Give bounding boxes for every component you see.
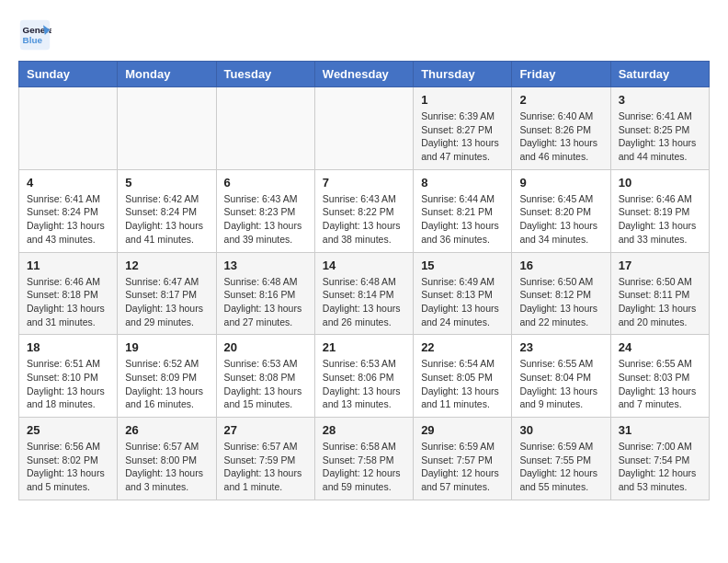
calendar-cell: 11Sunrise: 6:46 AM Sunset: 8:18 PM Dayli…: [19, 252, 118, 335]
calendar-cell: 14Sunrise: 6:48 AM Sunset: 8:14 PM Dayli…: [314, 252, 413, 335]
day-number: 25: [27, 423, 109, 437]
weekday-monday: Monday: [118, 62, 216, 87]
week-row-5: 25Sunrise: 6:56 AM Sunset: 8:02 PM Dayli…: [19, 418, 710, 500]
calendar-cell: 6Sunrise: 6:43 AM Sunset: 8:23 PM Daylig…: [216, 169, 314, 252]
calendar-cell: 2Sunrise: 6:40 AM Sunset: 8:26 PM Daylig…: [512, 87, 610, 170]
day-number: 26: [125, 423, 208, 437]
day-info: Sunrise: 6:53 AM Sunset: 8:06 PM Dayligh…: [323, 357, 405, 411]
day-info: Sunrise: 6:45 AM Sunset: 8:20 PM Dayligh…: [519, 192, 602, 247]
day-info: Sunrise: 6:59 AM Sunset: 7:57 PM Dayligh…: [421, 440, 504, 494]
calendar-cell: [314, 87, 413, 170]
day-number: 6: [224, 176, 307, 190]
day-info: Sunrise: 6:44 AM Sunset: 8:21 PM Dayligh…: [421, 192, 504, 247]
week-row-3: 11Sunrise: 6:46 AM Sunset: 8:18 PM Dayli…: [19, 252, 710, 335]
day-number: 28: [323, 423, 405, 437]
calendar-cell: 31Sunrise: 7:00 AM Sunset: 7:54 PM Dayli…: [610, 418, 709, 500]
day-info: Sunrise: 6:46 AM Sunset: 8:19 PM Dayligh…: [619, 192, 701, 247]
day-number: 31: [619, 423, 701, 437]
week-row-2: 4Sunrise: 6:41 AM Sunset: 8:24 PM Daylig…: [19, 169, 710, 252]
day-info: Sunrise: 6:59 AM Sunset: 7:55 PM Dayligh…: [519, 440, 602, 494]
day-number: 3: [619, 93, 701, 107]
day-info: Sunrise: 6:47 AM Sunset: 8:17 PM Dayligh…: [125, 275, 208, 329]
day-info: Sunrise: 6:54 AM Sunset: 8:05 PM Dayligh…: [421, 357, 504, 411]
day-info: Sunrise: 6:56 AM Sunset: 8:02 PM Dayligh…: [27, 440, 109, 494]
day-number: 24: [619, 340, 701, 354]
day-info: Sunrise: 6:55 AM Sunset: 8:03 PM Dayligh…: [619, 357, 701, 411]
day-number: 9: [519, 176, 602, 190]
calendar-table: SundayMondayTuesdayWednesdayThursdayFrid…: [18, 61, 710, 500]
day-number: 10: [619, 176, 701, 190]
day-info: Sunrise: 6:57 AM Sunset: 8:00 PM Dayligh…: [125, 440, 208, 494]
day-number: 30: [519, 423, 602, 437]
calendar-cell: 4Sunrise: 6:41 AM Sunset: 8:24 PM Daylig…: [19, 169, 118, 252]
logo: General Blue: [18, 18, 57, 52]
calendar-cell: 28Sunrise: 6:58 AM Sunset: 7:58 PM Dayli…: [314, 418, 413, 500]
day-info: Sunrise: 6:39 AM Sunset: 8:27 PM Dayligh…: [421, 109, 504, 164]
day-number: 2: [519, 93, 602, 107]
day-info: Sunrise: 6:51 AM Sunset: 8:10 PM Dayligh…: [27, 357, 109, 411]
day-info: Sunrise: 6:43 AM Sunset: 8:23 PM Dayligh…: [224, 192, 307, 247]
day-info: Sunrise: 6:49 AM Sunset: 8:13 PM Dayligh…: [421, 275, 504, 329]
day-number: 1: [421, 93, 504, 107]
day-info: Sunrise: 6:41 AM Sunset: 8:24 PM Dayligh…: [27, 192, 109, 247]
day-info: Sunrise: 6:57 AM Sunset: 7:59 PM Dayligh…: [224, 440, 307, 494]
day-number: 22: [421, 340, 504, 354]
day-number: 16: [519, 259, 602, 272]
day-number: 27: [224, 423, 307, 437]
day-info: Sunrise: 6:55 AM Sunset: 8:04 PM Dayligh…: [519, 357, 602, 411]
day-number: 14: [323, 259, 405, 272]
calendar-cell: 5Sunrise: 6:42 AM Sunset: 8:24 PM Daylig…: [118, 169, 216, 252]
day-number: 8: [421, 176, 504, 190]
day-info: Sunrise: 6:53 AM Sunset: 8:08 PM Dayligh…: [224, 357, 307, 411]
calendar-cell: 20Sunrise: 6:53 AM Sunset: 8:08 PM Dayli…: [216, 335, 314, 418]
day-info: Sunrise: 6:41 AM Sunset: 8:25 PM Dayligh…: [619, 109, 701, 164]
calendar-cell: 15Sunrise: 6:49 AM Sunset: 8:13 PM Dayli…: [414, 252, 512, 335]
calendar-cell: [118, 87, 216, 170]
weekday-friday: Friday: [512, 62, 610, 87]
weekday-sunday: Sunday: [19, 62, 118, 87]
calendar-cell: 21Sunrise: 6:53 AM Sunset: 8:06 PM Dayli…: [314, 335, 413, 418]
calendar-cell: 23Sunrise: 6:55 AM Sunset: 8:04 PM Dayli…: [512, 335, 610, 418]
calendar-cell: 9Sunrise: 6:45 AM Sunset: 8:20 PM Daylig…: [512, 169, 610, 252]
calendar-cell: [216, 87, 314, 170]
day-info: Sunrise: 6:58 AM Sunset: 7:58 PM Dayligh…: [323, 440, 405, 494]
day-info: Sunrise: 6:40 AM Sunset: 8:26 PM Dayligh…: [519, 109, 602, 164]
calendar-cell: [19, 87, 118, 170]
calendar-cell: 25Sunrise: 6:56 AM Sunset: 8:02 PM Dayli…: [19, 418, 118, 500]
calendar-cell: 16Sunrise: 6:50 AM Sunset: 8:12 PM Dayli…: [512, 252, 610, 335]
day-number: 11: [27, 259, 109, 272]
day-info: Sunrise: 6:48 AM Sunset: 8:14 PM Dayligh…: [323, 275, 405, 329]
calendar-cell: 10Sunrise: 6:46 AM Sunset: 8:19 PM Dayli…: [610, 169, 709, 252]
day-info: Sunrise: 6:43 AM Sunset: 8:22 PM Dayligh…: [323, 192, 405, 247]
weekday-wednesday: Wednesday: [314, 62, 413, 87]
svg-text:Blue: Blue: [23, 35, 43, 45]
calendar-cell: 17Sunrise: 6:50 AM Sunset: 8:11 PM Dayli…: [610, 252, 709, 335]
day-info: Sunrise: 6:50 AM Sunset: 8:11 PM Dayligh…: [619, 275, 701, 329]
day-number: 5: [125, 176, 208, 190]
calendar-cell: 8Sunrise: 6:44 AM Sunset: 8:21 PM Daylig…: [414, 169, 512, 252]
day-info: Sunrise: 7:00 AM Sunset: 7:54 PM Dayligh…: [619, 440, 701, 494]
day-number: 15: [421, 259, 504, 272]
calendar-cell: 3Sunrise: 6:41 AM Sunset: 8:25 PM Daylig…: [610, 87, 709, 170]
calendar-cell: 24Sunrise: 6:55 AM Sunset: 8:03 PM Dayli…: [610, 335, 709, 418]
day-number: 4: [27, 176, 109, 190]
week-row-1: 1Sunrise: 6:39 AM Sunset: 8:27 PM Daylig…: [19, 87, 710, 170]
calendar-cell: 13Sunrise: 6:48 AM Sunset: 8:16 PM Dayli…: [216, 252, 314, 335]
day-info: Sunrise: 6:52 AM Sunset: 8:09 PM Dayligh…: [125, 357, 208, 411]
day-number: 23: [519, 340, 602, 354]
calendar-cell: 12Sunrise: 6:47 AM Sunset: 8:17 PM Dayli…: [118, 252, 216, 335]
calendar-cell: 18Sunrise: 6:51 AM Sunset: 8:10 PM Dayli…: [19, 335, 118, 418]
day-number: 12: [125, 259, 208, 272]
header: General Blue: [18, 18, 710, 52]
calendar-cell: 7Sunrise: 6:43 AM Sunset: 8:22 PM Daylig…: [314, 169, 413, 252]
day-number: 7: [323, 176, 405, 190]
calendar-cell: 22Sunrise: 6:54 AM Sunset: 8:05 PM Dayli…: [414, 335, 512, 418]
day-info: Sunrise: 6:50 AM Sunset: 8:12 PM Dayligh…: [519, 275, 602, 329]
day-number: 20: [224, 340, 307, 354]
calendar-cell: 27Sunrise: 6:57 AM Sunset: 7:59 PM Dayli…: [216, 418, 314, 500]
weekday-saturday: Saturday: [610, 62, 709, 87]
week-row-4: 18Sunrise: 6:51 AM Sunset: 8:10 PM Dayli…: [19, 335, 710, 418]
logo-icon: General Blue: [18, 18, 51, 52]
day-info: Sunrise: 6:46 AM Sunset: 8:18 PM Dayligh…: [27, 275, 109, 329]
day-number: 19: [125, 340, 208, 354]
